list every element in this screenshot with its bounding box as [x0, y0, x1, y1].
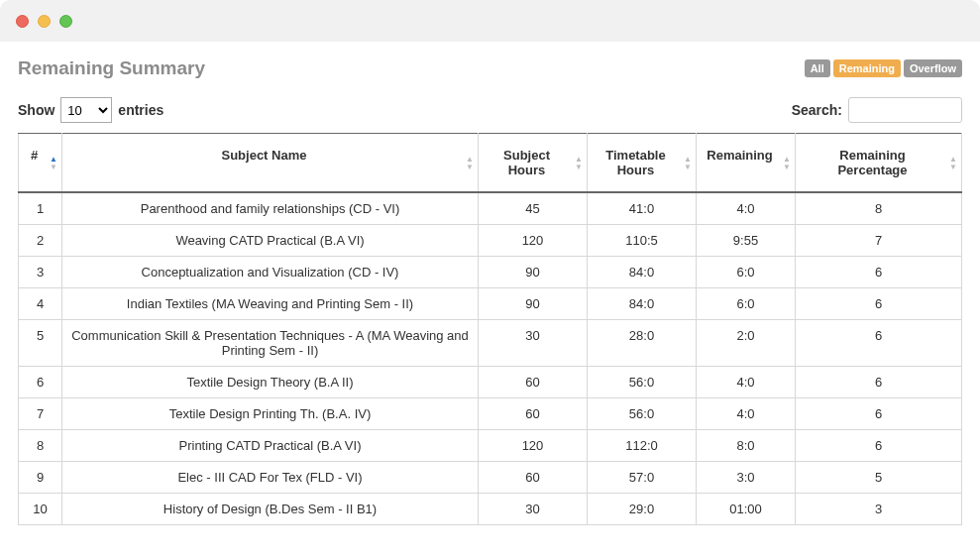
- cell-subject-name: Textile Design Theory (B.A II): [62, 367, 479, 398]
- show-label-post: entries: [118, 102, 163, 118]
- cell-timetable-hours: 57:0: [588, 462, 697, 494]
- cell-remaining-pct: 5: [796, 462, 962, 494]
- cell-remaining: 4:0: [697, 192, 796, 225]
- cell-index: 2: [19, 225, 62, 257]
- cell-remaining-pct: 6: [796, 288, 962, 320]
- cell-subject-hours: 60: [479, 462, 588, 494]
- cell-timetable-hours: 56:0: [588, 367, 697, 398]
- table-row: 9Elec - III CAD For Tex (FLD - VI)6057:0…: [19, 462, 962, 494]
- cell-index: 3: [19, 257, 62, 288]
- search-input[interactable]: [848, 97, 962, 123]
- cell-remaining: 4:0: [697, 367, 796, 398]
- cell-remaining: 6:0: [697, 257, 796, 288]
- col-timetable-hours[interactable]: Timetable Hours▲▼: [588, 134, 697, 193]
- table-row: 4Indian Textiles (MA Weaving and Printin…: [19, 288, 962, 320]
- cell-subject-hours: 90: [479, 257, 588, 288]
- cell-subject-hours: 120: [479, 225, 588, 257]
- cell-subject-name: Elec - III CAD For Tex (FLD - VI): [62, 462, 479, 494]
- page-title: Remaining Summary: [18, 57, 205, 79]
- cell-index: 9: [19, 462, 62, 494]
- cell-timetable-hours: 28:0: [588, 320, 697, 367]
- summary-table: #▲▼ Subject Name▲▼ Subject Hours▲▼ Timet…: [18, 133, 962, 525]
- sort-icon: ▲▼: [50, 156, 57, 170]
- col-remaining[interactable]: Remaining▲▼: [697, 134, 796, 193]
- cell-subject-hours: 30: [479, 494, 588, 525]
- cell-index: 5: [19, 320, 62, 367]
- table-row: 6Textile Design Theory (B.A II)6056:04:0…: [19, 367, 962, 398]
- header-row: Remaining Summary All Remaining Overflow: [18, 57, 962, 79]
- cell-timetable-hours: 84:0: [588, 288, 697, 320]
- entries-length-control: Show 10 entries: [18, 97, 163, 123]
- filter-badges: All Remaining Overflow: [805, 59, 962, 77]
- cell-timetable-hours: 29:0: [588, 494, 697, 525]
- cell-index: 8: [19, 430, 62, 462]
- entries-select[interactable]: 10: [60, 97, 112, 123]
- cell-remaining-pct: 6: [796, 430, 962, 462]
- sort-icon: ▲▼: [684, 156, 692, 170]
- cell-subject-name: Parenthood and family relationships (CD …: [62, 192, 479, 225]
- col-subject-hours[interactable]: Subject Hours▲▼: [479, 134, 588, 193]
- cell-remaining: 2:0: [697, 320, 796, 367]
- sort-icon: ▲▼: [575, 156, 583, 170]
- cell-subject-name: Conceptualization and Visualization (CD …: [62, 257, 479, 288]
- cell-remaining-pct: 8: [796, 192, 962, 225]
- search-control: Search:: [792, 97, 962, 123]
- cell-subject-name: Textile Design Printing Th. (B.A. IV): [62, 398, 479, 430]
- col-index[interactable]: #▲▼: [19, 134, 62, 193]
- cell-timetable-hours: 110:5: [588, 225, 697, 257]
- col-subject-name[interactable]: Subject Name▲▼: [62, 134, 479, 193]
- table-row: 3Conceptualization and Visualization (CD…: [19, 257, 962, 288]
- cell-subject-name: Printing CATD Practical (B.A VI): [62, 430, 479, 462]
- cell-remaining-pct: 6: [796, 367, 962, 398]
- cell-subject-name: Indian Textiles (MA Weaving and Printing…: [62, 288, 479, 320]
- window-maximize-button[interactable]: [59, 15, 72, 28]
- cell-remaining-pct: 7: [796, 225, 962, 257]
- cell-subject-name: Weaving CATD Practical (B.A VI): [62, 225, 479, 257]
- search-label: Search:: [792, 102, 842, 118]
- sort-icon: ▲▼: [783, 156, 791, 170]
- cell-index: 4: [19, 288, 62, 320]
- cell-remaining-pct: 6: [796, 257, 962, 288]
- filter-all-badge[interactable]: All: [805, 59, 830, 77]
- table-row: 2Weaving CATD Practical (B.A VI)120110:5…: [19, 225, 962, 257]
- cell-remaining-pct: 6: [796, 398, 962, 430]
- cell-subject-hours: 120: [479, 430, 588, 462]
- cell-index: 7: [19, 398, 62, 430]
- cell-subject-hours: 60: [479, 398, 588, 430]
- table-row: 10History of Design (B.Des Sem - II B1)3…: [19, 494, 962, 525]
- cell-index: 1: [19, 192, 62, 225]
- cell-subject-hours: 90: [479, 288, 588, 320]
- cell-timetable-hours: 84:0: [588, 257, 697, 288]
- cell-subject-hours: 45: [479, 192, 588, 225]
- table-body: 1Parenthood and family relationships (CD…: [19, 192, 962, 525]
- col-remaining-pct[interactable]: Remaining Percentage▲▼: [796, 134, 962, 193]
- table-row: 8Printing CATD Practical (B.A VI)120112:…: [19, 430, 962, 462]
- cell-remaining: 3:0: [697, 462, 796, 494]
- filter-remaining-badge[interactable]: Remaining: [833, 59, 901, 77]
- sort-icon: ▲▼: [949, 156, 957, 170]
- filter-overflow-badge[interactable]: Overflow: [904, 59, 962, 77]
- table-row: 1Parenthood and family relationships (CD…: [19, 192, 962, 225]
- window-close-button[interactable]: [16, 15, 29, 28]
- sort-icon: ▲▼: [466, 156, 474, 170]
- cell-remaining-pct: 6: [796, 320, 962, 367]
- cell-subject-name: Communication Skill & Presentation Techn…: [62, 320, 479, 367]
- table-row: 7Textile Design Printing Th. (B.A. IV)60…: [19, 398, 962, 430]
- cell-index: 6: [19, 367, 62, 398]
- cell-subject-name: History of Design (B.Des Sem - II B1): [62, 494, 479, 525]
- cell-subject-hours: 60: [479, 367, 588, 398]
- cell-remaining: 9:55: [697, 225, 796, 257]
- cell-remaining: 6:0: [697, 288, 796, 320]
- cell-index: 10: [19, 494, 62, 525]
- cell-timetable-hours: 112:0: [588, 430, 697, 462]
- show-label-pre: Show: [18, 102, 54, 118]
- cell-remaining: 01:00: [697, 494, 796, 525]
- window-minimize-button[interactable]: [38, 15, 51, 28]
- window-titlebar: [0, 0, 980, 42]
- table-row: 5Communication Skill & Presentation Tech…: [19, 320, 962, 367]
- cell-timetable-hours: 41:0: [588, 192, 697, 225]
- cell-subject-hours: 30: [479, 320, 588, 367]
- content-area: Remaining Summary All Remaining Overflow…: [0, 42, 980, 560]
- cell-remaining-pct: 3: [796, 494, 962, 525]
- app-window: Remaining Summary All Remaining Overflow…: [0, 0, 980, 560]
